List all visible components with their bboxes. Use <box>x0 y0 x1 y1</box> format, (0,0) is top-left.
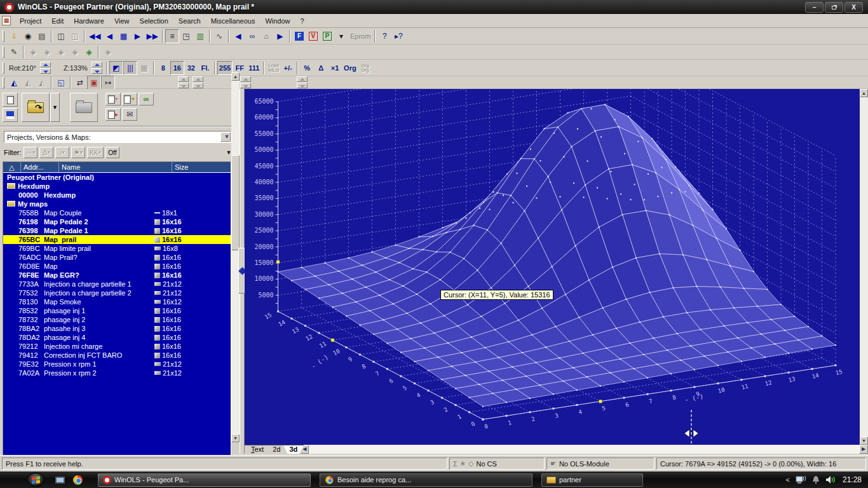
menu-view[interactable]: View <box>109 15 135 27</box>
map-row-76398[interactable]: 76398Map Pedale 116x16 <box>3 226 231 235</box>
folder-row[interactable]: My maps <box>3 200 231 208</box>
map-row-76198[interactable]: 76198Map Pedale 216x16 <box>3 217 231 226</box>
combo-dropdown-icon[interactable]: ▼ <box>220 132 231 142</box>
menu-project[interactable]: Project <box>15 15 46 27</box>
map-row-78BA2[interactable]: 78BA2phasahe inj 316x16 <box>3 324 231 333</box>
scroll-down-icon[interactable]: ▼ <box>231 434 240 442</box>
3d-surface-plot[interactable]: 5000100001500020000250003000035000400004… <box>245 89 860 445</box>
map-3d-view[interactable]: 5000100001500020000250003000035000400004… <box>245 89 860 445</box>
sign-button[interactable]: +/- <box>281 61 295 75</box>
map-row-79212[interactable]: 79212Injection mi charge16x16 <box>3 342 231 351</box>
scroll-thumb[interactable] <box>231 155 240 250</box>
save-project-button[interactable] <box>3 108 18 122</box>
chart-vscrollbar[interactable]: ▲ ▼ <box>860 89 868 445</box>
map-wizard-icon[interactable]: ◭ <box>7 76 21 90</box>
map-overview-icon[interactable]: ▦ <box>116 29 130 43</box>
sync-list-icon[interactable]: ⇄ <box>73 76 87 90</box>
map-row-78DA2[interactable]: 78DA2phasage inj 416x16 <box>3 333 231 342</box>
taskbar-task-3[interactable]: partner <box>541 473 643 487</box>
dec-view-button[interactable]: 255 <box>217 61 233 75</box>
open-project-dropdown[interactable]: ▼ <box>50 93 60 122</box>
print-icon[interactable]: ▤ <box>35 29 49 43</box>
scroll-up-icon[interactable]: ▲ <box>231 72 240 81</box>
map-list-icon[interactable]: ≡ <box>165 29 179 43</box>
view-2d-icon[interactable]: ◩ <box>109 61 123 75</box>
rotation-spinner[interactable] <box>40 62 51 74</box>
column-header-sort[interactable]: △ <box>3 162 21 172</box>
new-version-button[interactable]: + <box>105 93 121 105</box>
context-help-icon[interactable]: ▸? <box>391 29 405 43</box>
toolbar-grip[interactable] <box>3 77 4 88</box>
axis-z-spinner[interactable] <box>297 76 308 88</box>
checksum-icon[interactable]: ∿ <box>212 29 226 43</box>
map-row-79412[interactable]: 79412Correction inj FCT BARO16x16 <box>3 351 231 360</box>
minimize-button[interactable]: – <box>805 2 824 13</box>
filter-delta-button[interactable]: Δ▾ <box>39 147 53 158</box>
map-wizard-button[interactable]: ✦ <box>122 93 137 105</box>
percent-button[interactable]: % <box>300 61 314 75</box>
version-v-icon[interactable]: V <box>306 29 320 43</box>
family-f-icon[interactable]: F <box>292 29 306 43</box>
hscroll-track[interactable] <box>309 445 859 454</box>
column-header-size[interactable]: Size <box>172 162 231 172</box>
map-row-79E32[interactable]: 79E32Pression x rpm 121x12 <box>3 360 231 369</box>
forward-icon[interactable]: ▶ <box>273 29 287 43</box>
toolbar-grip[interactable] <box>3 62 4 74</box>
filter-flag-button[interactable]: ⚑▾ <box>71 147 85 158</box>
quicklaunch-chrome-button[interactable] <box>71 474 84 485</box>
taskbar-clock[interactable]: 21:28 <box>843 475 862 484</box>
map-row-76F8E[interactable]: 76F8EMap EGR?16x16 <box>3 271 231 280</box>
map-row-769BC[interactable]: 769BCMap limite prail16x8 <box>3 244 231 253</box>
taskbar-task-2[interactable]: Besoin aide reprog ca... <box>320 473 532 487</box>
width-16-button[interactable]: 16 <box>170 61 184 75</box>
next-map-icon[interactable]: ▶ <box>130 29 144 43</box>
width-float-button[interactable]: Fl. <box>198 61 212 75</box>
filter-values-button[interactable]: ⋯▾ <box>24 147 38 158</box>
filter-info-button[interactable]: i▾ <box>55 147 69 158</box>
map-row-00000[interactable]: 00000Hexdump <box>3 191 231 200</box>
map-row-7733A[interactable]: 7733AInjection a charge partielle 121x12 <box>3 280 231 288</box>
new-window-icon[interactable]: ◫ <box>54 29 68 43</box>
start-button[interactable] <box>27 473 44 487</box>
network-icon[interactable] <box>796 475 806 484</box>
chart-scroll-up-icon[interactable]: ▲ <box>860 89 868 97</box>
last-map-icon[interactable]: ▶▶ <box>144 29 159 43</box>
map-properties-icon[interactable]: ◱ <box>54 76 68 90</box>
upload-icon[interactable]: ⌂ <box>259 29 273 43</box>
taskbar-task-1[interactable]: WinOLS - Peugeot Pa... <box>98 473 311 487</box>
hand-draw-icon[interactable]: ✎ <box>7 45 21 59</box>
menu-edit[interactable]: Edit <box>46 15 69 27</box>
open-project-button[interactable]: ↷ <box>22 93 50 122</box>
delta-button[interactable]: Δ <box>314 61 328 75</box>
map-row-7A02A[interactable]: 7A02APression x rpm 221x12 <box>3 369 231 377</box>
menu-hardware[interactable]: Hardware <box>69 15 109 27</box>
menu-selection[interactable]: Selection <box>135 15 173 27</box>
volume-icon[interactable] <box>825 475 837 484</box>
map-compare-icon[interactable]: ◈ <box>82 45 96 59</box>
map-row-76ADC[interactable]: 76ADCMap Prail?16x16 <box>3 253 231 262</box>
hscroll-right-icon[interactable]: ▶ <box>859 445 868 454</box>
map-row-78130[interactable]: 78130Map Smoke16x12 <box>3 297 231 306</box>
child-window-icon[interactable]: ▦ <box>2 16 11 25</box>
close-button[interactable]: X <box>844 2 863 13</box>
search-window-icon[interactable]: ◳ <box>179 29 193 43</box>
map-list-header[interactable]: △Addr...NameSize <box>3 162 231 173</box>
view-bars-icon[interactable]: ||| <box>123 61 137 75</box>
new-project-button[interactable] <box>3 93 18 107</box>
chart-hscrollbar[interactable]: ◀ ▶ <box>300 445 868 454</box>
first-map-icon[interactable]: ◀◀ <box>87 29 102 43</box>
axis-x-spinner[interactable] <box>178 76 189 88</box>
chart-scroll-down-icon[interactable]: ▼ <box>860 437 868 445</box>
column-header-addr[interactable]: Addr... <box>21 162 59 172</box>
zoom-spinner[interactable] <box>92 62 102 74</box>
import-file-button[interactable] <box>70 93 98 122</box>
column-header-name[interactable]: Name <box>59 162 172 172</box>
folder-row[interactable]: Hexdump <box>3 182 231 191</box>
eprom-caret-icon[interactable]: ▾ <box>334 29 348 43</box>
toolbar-grip[interactable] <box>3 46 4 58</box>
export-version-button[interactable]: ▸ <box>105 108 121 121</box>
snapshot-icon[interactable]: ◉ <box>21 29 35 43</box>
project-row[interactable]: Peugeot Partner (Original) <box>3 173 231 182</box>
help-icon[interactable]: ? <box>377 29 391 43</box>
show-desktop-button[interactable] <box>53 474 66 485</box>
